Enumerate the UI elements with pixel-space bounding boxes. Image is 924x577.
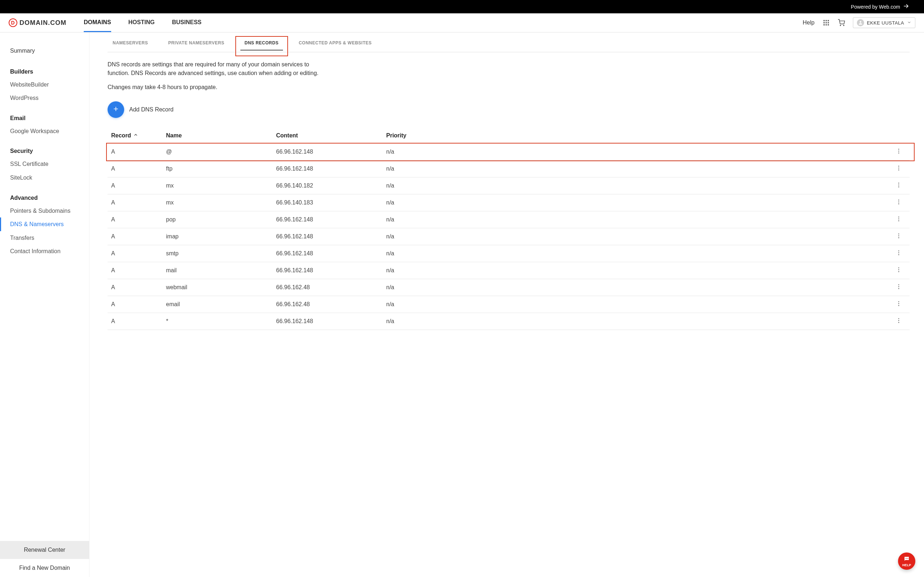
tab-nameservers[interactable]: NAMESERVERS bbox=[113, 32, 148, 52]
cell-record-type: A bbox=[111, 267, 166, 274]
col-header-name[interactable]: Name bbox=[166, 132, 276, 139]
help-link[interactable]: Help bbox=[803, 19, 815, 26]
cell-record-content: 66.96.162.148 bbox=[276, 148, 386, 155]
add-dns-record-button[interactable] bbox=[108, 102, 124, 118]
logo-text: DOMAIN.COM bbox=[19, 19, 66, 27]
sidebar-item-contact[interactable]: Contact Information bbox=[0, 245, 89, 258]
sidebar-item-pointers[interactable]: Pointers & Subdomains bbox=[0, 204, 89, 218]
svg-point-35 bbox=[898, 271, 900, 272]
sidebar-group-advanced: Advanced Pointers & Subdomains DNS & Nam… bbox=[0, 195, 89, 258]
svg-point-23 bbox=[898, 203, 900, 205]
svg-point-30 bbox=[898, 250, 900, 251]
svg-point-45 bbox=[906, 558, 906, 559]
sidebar-group-builders: Builders WebsiteBuilder WordPress bbox=[0, 69, 89, 105]
cell-record-name: pop bbox=[166, 216, 276, 223]
svg-point-32 bbox=[898, 254, 900, 255]
topbar: Powered by Web.com bbox=[0, 0, 924, 13]
row-actions[interactable] bbox=[892, 148, 906, 156]
tab-connected-apps[interactable]: CONNECTED APPS & WEBSITES bbox=[299, 32, 372, 52]
logo-icon: D bbox=[9, 18, 17, 27]
chevron-down-icon bbox=[907, 20, 911, 26]
cell-record-priority: n/a bbox=[386, 233, 892, 240]
row-actions[interactable] bbox=[892, 300, 906, 308]
svg-point-42 bbox=[898, 318, 900, 319]
row-actions[interactable] bbox=[892, 250, 906, 258]
sidebar-item-wordpress[interactable]: WordPress bbox=[0, 91, 89, 105]
cell-record-name: mx bbox=[166, 182, 276, 189]
tab-dns-records[interactable]: DNS RECORDS bbox=[245, 32, 279, 52]
svg-point-14 bbox=[898, 153, 900, 154]
sidebar-find-domain[interactable]: Find a New Domain bbox=[0, 559, 89, 577]
cell-record-priority: n/a bbox=[386, 182, 892, 189]
table-row: A*66.96.162.148n/a bbox=[108, 313, 909, 330]
row-actions[interactable] bbox=[892, 284, 906, 292]
sidebar-item-dns[interactable]: DNS & Nameservers bbox=[0, 218, 89, 231]
nav-hosting[interactable]: HOSTING bbox=[129, 13, 155, 32]
sidebar-title-advanced: Advanced bbox=[0, 195, 89, 204]
row-actions[interactable] bbox=[892, 233, 906, 240]
subtabs: NAMESERVERS PRIVATE NAMESERVERS DNS RECO… bbox=[108, 32, 909, 52]
propagation-note: Changes may take 4-8 hours to propagate. bbox=[108, 84, 909, 90]
help-bubble-label: HELP bbox=[902, 563, 911, 567]
svg-point-47 bbox=[908, 558, 908, 559]
sidebar-renewal-center[interactable]: Renewal Center bbox=[0, 541, 89, 559]
cell-record-content: 66.96.162.48 bbox=[276, 301, 386, 308]
row-actions[interactable] bbox=[892, 165, 906, 173]
svg-point-33 bbox=[898, 267, 900, 268]
cell-record-priority: n/a bbox=[386, 250, 892, 257]
cell-record-priority: n/a bbox=[386, 148, 892, 155]
sidebar-item-ssl[interactable]: SSL Certificate bbox=[0, 157, 89, 171]
svg-point-11 bbox=[859, 21, 861, 23]
cell-record-name: * bbox=[166, 318, 276, 324]
row-actions[interactable] bbox=[892, 216, 906, 224]
logo[interactable]: D DOMAIN.COM bbox=[9, 13, 66, 32]
tab-private-nameservers[interactable]: PRIVATE NAMESERVERS bbox=[168, 32, 225, 52]
apps-grid-icon[interactable] bbox=[822, 19, 830, 26]
col-header-record[interactable]: Record bbox=[111, 132, 166, 139]
user-menu[interactable]: EKKE UUSTALA bbox=[853, 17, 915, 28]
sidebar-item-transfers[interactable]: Transfers bbox=[0, 231, 89, 245]
main-nav: DOMAINS HOSTING BUSINESS bbox=[84, 13, 201, 32]
nav-business[interactable]: BUSINESS bbox=[172, 13, 201, 32]
header-right: Help EKKE UUSTALA bbox=[803, 13, 915, 32]
sidebar-item-websitebuilder[interactable]: WebsiteBuilder bbox=[0, 78, 89, 92]
powered-by-link[interactable]: Powered by Web.com bbox=[851, 3, 909, 11]
kebab-icon bbox=[895, 216, 902, 224]
sidebar-bottom: Renewal Center Find a New Domain bbox=[0, 541, 89, 577]
svg-point-31 bbox=[898, 253, 900, 253]
row-actions[interactable] bbox=[892, 266, 906, 274]
row-actions[interactable] bbox=[892, 199, 906, 206]
cell-record-type: A bbox=[111, 200, 166, 206]
kebab-icon bbox=[895, 284, 902, 292]
row-actions[interactable] bbox=[892, 182, 906, 190]
subtabs-wrap: NAMESERVERS PRIVATE NAMESERVERS DNS RECO… bbox=[108, 32, 909, 52]
sidebar-item-sitelock[interactable]: SiteLock bbox=[0, 171, 89, 185]
col-header-content[interactable]: Content bbox=[276, 132, 386, 139]
table-row: Aemail66.96.162.48n/a bbox=[108, 296, 909, 313]
sidebar-title-builders: Builders bbox=[0, 69, 89, 78]
cell-record-priority: n/a bbox=[386, 284, 892, 291]
svg-point-15 bbox=[898, 166, 900, 167]
svg-point-41 bbox=[898, 305, 900, 306]
kebab-icon bbox=[895, 318, 902, 325]
table-header-row: Record Name Content Priority bbox=[108, 128, 909, 143]
nav-domains[interactable]: DOMAINS bbox=[84, 13, 111, 32]
cell-record-type: A bbox=[111, 216, 166, 223]
sidebar-item-summary[interactable]: Summary bbox=[0, 43, 89, 58]
svg-point-28 bbox=[898, 235, 900, 237]
sidebar-item-google-workspace[interactable]: Google Workspace bbox=[0, 124, 89, 138]
row-actions[interactable] bbox=[892, 318, 906, 325]
svg-point-13 bbox=[898, 151, 900, 152]
avatar-icon bbox=[857, 19, 864, 26]
help-chat-button[interactable]: HELP bbox=[898, 553, 915, 570]
svg-point-12 bbox=[898, 148, 900, 150]
cart-icon[interactable] bbox=[838, 19, 845, 26]
cell-record-content: 66.96.162.148 bbox=[276, 216, 386, 223]
svg-rect-6 bbox=[823, 24, 824, 25]
dns-table: Record Name Content Priority A@66.96.162… bbox=[108, 128, 909, 330]
table-row: Amx66.96.140.183n/a bbox=[108, 194, 909, 211]
cell-record-priority: n/a bbox=[386, 200, 892, 206]
col-header-priority[interactable]: Priority bbox=[386, 132, 892, 139]
svg-rect-0 bbox=[823, 20, 824, 21]
col-header-record-label: Record bbox=[111, 132, 131, 139]
